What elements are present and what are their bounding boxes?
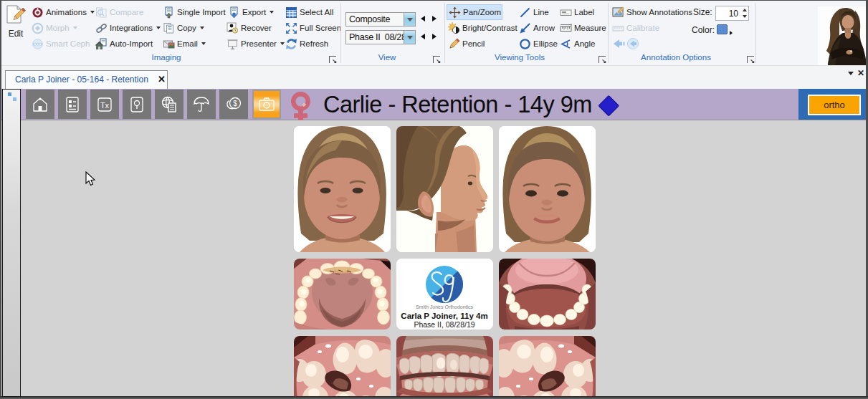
svg-text:Phase II, 08/28/19: Phase II, 08/28/19 bbox=[414, 320, 474, 329]
svg-text:Smith Jones Orthodontics: Smith Jones Orthodontics bbox=[416, 304, 474, 309]
svg-text:Tx: Tx bbox=[100, 100, 110, 109]
svg-text:$: $ bbox=[233, 100, 237, 107]
svg-text:Carla P Joiner, 11y 4m: Carla P Joiner, 11y 4m bbox=[401, 312, 487, 320]
